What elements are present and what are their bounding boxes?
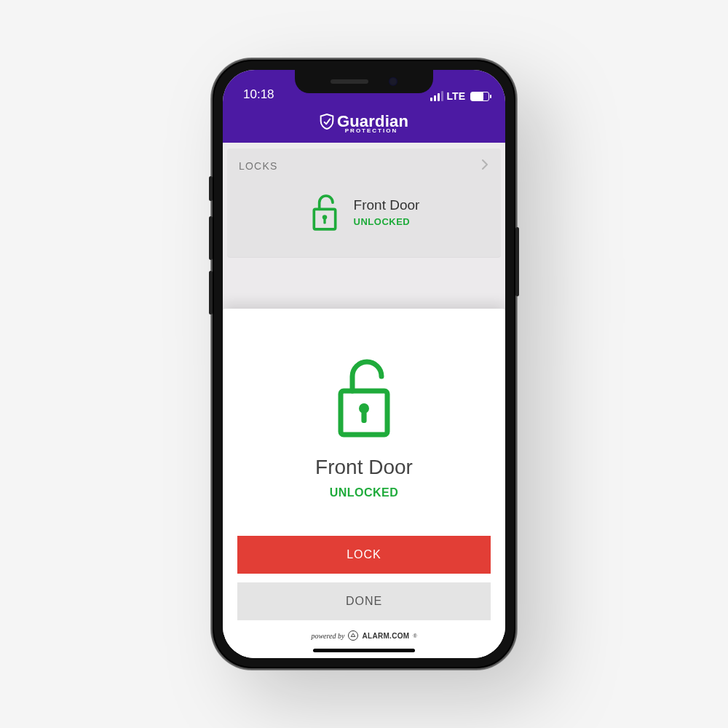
notch [295, 70, 433, 93]
network-label: LTE [447, 90, 465, 102]
home-indicator[interactable] [313, 649, 415, 652]
cellular-signal-icon [430, 91, 443, 101]
front-camera [389, 77, 397, 86]
locks-header-label: LOCKS [239, 160, 277, 172]
volume-up-button [209, 216, 213, 260]
powered-by-footer: powered by ALARM.COM ® [311, 630, 416, 641]
silence-switch [209, 176, 213, 201]
chevron-right-icon [480, 159, 489, 173]
locks-card[interactable]: LOCKS [227, 149, 501, 257]
powered-by-label: powered by [311, 632, 344, 640]
lock-row[interactable]: Front Door UNLOCKED [227, 178, 501, 257]
battery-icon [470, 92, 489, 101]
lock-button[interactable]: LOCK [237, 536, 491, 574]
done-button[interactable]: DONE [237, 582, 491, 620]
earpiece-speaker [331, 79, 368, 84]
shield-icon [320, 114, 334, 130]
app-header: Guardian PROTECTION [223, 105, 505, 143]
content-area: LOCKS [223, 143, 505, 658]
phone-frame: 10:18 LTE [211, 58, 517, 670]
brand-logo: Guardian PROTECTION [320, 114, 408, 134]
lock-row-text: Front Door UNLOCKED [354, 197, 420, 227]
volume-down-button [209, 271, 213, 314]
lock-name: Front Door [354, 197, 420, 213]
alarm-logo-icon [348, 630, 358, 641]
provider-name: ALARM.COM [362, 632, 409, 640]
unlock-icon [309, 191, 341, 232]
clock: 10:18 [243, 87, 274, 102]
power-button [515, 227, 519, 296]
brand-subtitle: PROTECTION [334, 128, 408, 134]
status-bar-right: LTE [430, 90, 489, 102]
modal-lock-state: UNLOCKED [330, 486, 399, 499]
screen: 10:18 LTE [223, 70, 505, 658]
locks-card-header[interactable]: LOCKS [227, 149, 501, 178]
svg-rect-5 [361, 411, 366, 423]
unlock-icon [329, 352, 399, 441]
svg-rect-2 [323, 218, 325, 223]
lock-state: UNLOCKED [354, 216, 420, 227]
modal-lock-name: Front Door [315, 456, 413, 479]
card-gap [227, 260, 501, 267]
registered-mark: ® [413, 633, 416, 638]
phone-mockup: 10:18 LTE [211, 58, 517, 670]
lock-detail-sheet: Front Door UNLOCKED LOCK DONE powered by… [223, 309, 505, 658]
